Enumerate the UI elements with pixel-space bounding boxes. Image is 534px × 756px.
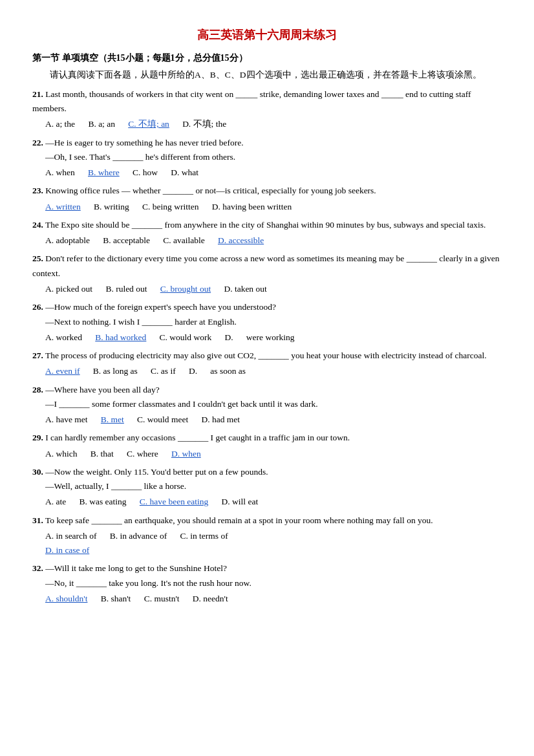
question-text: 27. The process of producing electricity…	[32, 349, 502, 363]
question-block: 25. Don't refer to the dictionary every …	[32, 252, 502, 296]
correct-option: D. in case of	[45, 545, 89, 555]
correct-option: C. have been eating	[140, 497, 208, 506]
question-block: 22. —He is eager to try something he has…	[32, 136, 502, 180]
question-block: 31. To keep safe _______ an earthquake, …	[32, 513, 502, 558]
option: B. acceptable	[103, 235, 150, 245]
option: were working	[246, 332, 295, 342]
options-line: A. which B. that C. where D. when	[45, 447, 502, 461]
correct-option: D. when	[171, 449, 201, 459]
question-block: 24. The Expo site should be _______ from…	[32, 218, 502, 248]
question-block: 23. Knowing office rules — whether _____…	[32, 184, 502, 214]
options-line: A. in search of B. in advance of C. in t…	[45, 529, 502, 558]
option: D. 不填; the	[182, 119, 226, 129]
question-text: 32. —Will it take me long to get to the …	[32, 561, 502, 590]
option: B. that	[91, 449, 114, 459]
options-line: A. have met B. met C. would meet D. had …	[45, 413, 502, 427]
option: A. picked out	[45, 284, 92, 294]
option: D.	[224, 332, 233, 342]
option: C. would work	[160, 332, 212, 342]
correct-option: D. accessible	[218, 235, 264, 245]
option: C. as if	[151, 366, 176, 376]
correct-option: B. met	[101, 415, 124, 424]
option: C. mustn't	[144, 594, 180, 603]
option: D. had met	[201, 415, 240, 424]
page-title: 高三英语第十六周周末练习	[32, 26, 502, 45]
question-text: 31. To keep safe _______ an earthquake, …	[32, 513, 502, 528]
instructions: 请认真阅读下面各题，从题中所给的A、B、C、D四个选项中，选出最正确选项，并在答…	[32, 68, 502, 82]
correct-option: B. where	[88, 167, 120, 177]
option: C. in terms of	[180, 531, 228, 541]
option: C. how	[133, 167, 158, 177]
option: C. being written	[142, 202, 198, 211]
correct-option: C. 不填; an	[128, 119, 169, 129]
question-text: 22. —He is eager to try something he has…	[32, 136, 502, 165]
option: B. in advance of	[110, 531, 167, 541]
question-text: 29. I can hardly remember any occasions …	[32, 431, 502, 445]
option: A. a; the	[45, 119, 75, 129]
option: B. a; an	[88, 119, 115, 129]
question-text: 23. Knowing office rules — whether _____…	[32, 184, 502, 198]
option: B. was eating	[79, 497, 126, 506]
question-block: 30. —Now the weight. Only 115. You'd bet…	[32, 465, 502, 510]
options-line: A. even if B. as long as C. as if D. as …	[45, 364, 502, 378]
option: B. as long as	[93, 366, 138, 376]
correct-option: B. had worked	[95, 332, 146, 342]
option: D. will eat	[222, 497, 259, 506]
correct-option: A. even if	[45, 366, 80, 376]
question-text: 24. The Expo site should be _______ from…	[32, 218, 502, 232]
option: A. ate	[45, 497, 66, 506]
option: C. available	[163, 235, 204, 245]
option: A. worked	[45, 332, 82, 342]
question-block: 32. —Will it take me long to get to the …	[32, 561, 502, 606]
option: A. adoptable	[45, 235, 90, 245]
options-line: A. ate B. was eating C. have been eating…	[45, 495, 502, 509]
question-block: 21. Last month, thousands of workers in …	[32, 87, 502, 132]
options-line: A. a; the B. a; an C. 不填; an D. 不填; the	[45, 117, 502, 131]
question-block: 29. I can hardly remember any occasions …	[32, 431, 502, 461]
options-line: A. shouldn't B. shan't C. mustn't D. nee…	[45, 592, 502, 606]
question-text: 26. —How much of the foreign expert's sp…	[32, 300, 502, 329]
option: B. writing	[94, 202, 129, 211]
question-text: 25. Don't refer to the dictionary every …	[32, 252, 502, 281]
option: B. shan't	[101, 594, 131, 603]
question-text: 28. —Where have you been all day?—I ____…	[32, 383, 502, 412]
question-text: 30. —Now the weight. Only 115. You'd bet…	[32, 465, 502, 494]
options-line: A. written B. writing C. being written D…	[45, 200, 502, 214]
option: A. in search of	[45, 531, 96, 541]
option: B. ruled out	[105, 284, 147, 294]
option: D. taken out	[224, 284, 266, 294]
question-block: 27. The process of producing electricity…	[32, 349, 502, 379]
correct-option: A. written	[45, 202, 81, 211]
options-line: A. picked out B. ruled out C. brought ou…	[45, 282, 502, 296]
option: C. where	[127, 449, 158, 459]
option: A. when	[45, 167, 75, 177]
question-text: 21. Last month, thousands of workers in …	[32, 87, 502, 116]
option: D. having been written	[212, 202, 292, 211]
correct-option: C. brought out	[160, 284, 211, 294]
option: as soon as	[210, 366, 246, 376]
option: A. have met	[45, 415, 88, 424]
correct-option: A. shouldn't	[45, 594, 87, 603]
options-line: A. adoptable B. acceptable C. available …	[45, 233, 502, 248]
option: A. which	[45, 449, 78, 459]
option: C. would meet	[137, 415, 188, 424]
option: D. what	[171, 167, 198, 177]
option: D.	[189, 366, 197, 376]
question-block: 26. —How much of the foreign expert's sp…	[32, 300, 502, 345]
section1-title: 第一节 单项填空（共15小题；每题1分，总分值15分）	[32, 51, 502, 65]
options-line: A. when B. where C. how D. what	[45, 166, 502, 180]
option: D. needn't	[193, 594, 228, 603]
question-block: 28. —Where have you been all day?—I ____…	[32, 383, 502, 427]
options-line: A. worked B. had worked C. would work D.…	[45, 330, 502, 345]
